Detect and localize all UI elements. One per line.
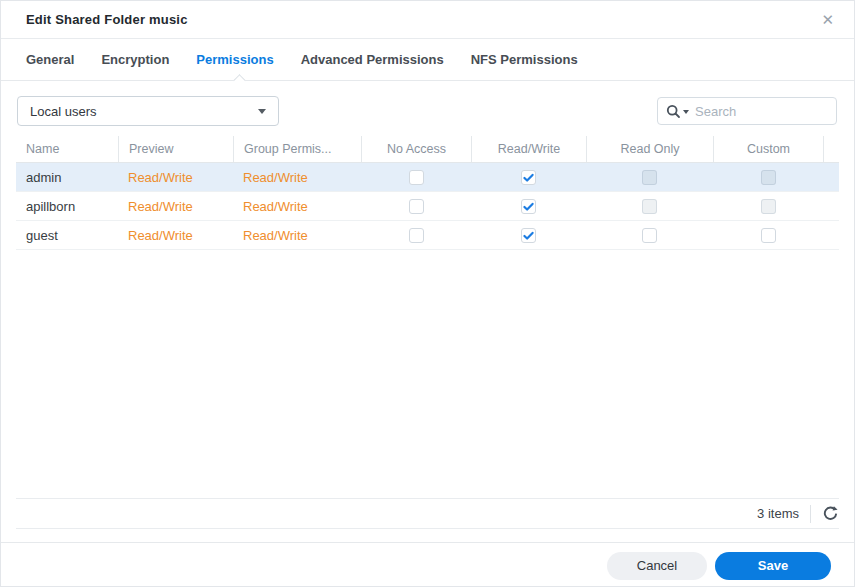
table-row[interactable]: guestRead/WriteRead/Write bbox=[16, 221, 839, 250]
magnifier-icon bbox=[666, 104, 681, 119]
row-name: admin bbox=[16, 163, 118, 191]
read-write-cell bbox=[471, 192, 586, 220]
row-spacer bbox=[823, 163, 839, 191]
no-access-checkbox[interactable] bbox=[409, 199, 424, 214]
col-header-custom[interactable]: Custom bbox=[713, 136, 823, 162]
read-write-checkbox[interactable] bbox=[521, 228, 536, 243]
row-spacer bbox=[823, 192, 839, 220]
read-write-checkbox[interactable] bbox=[521, 170, 536, 185]
read-only-cell bbox=[586, 163, 713, 191]
custom-cell bbox=[713, 221, 823, 249]
dialog-footer: Cancel Save bbox=[1, 542, 854, 587]
toolbar: Local users bbox=[17, 95, 837, 127]
search-input[interactable] bbox=[695, 104, 828, 119]
group-permissions-link[interactable]: Read/Write bbox=[233, 163, 361, 191]
close-icon[interactable]: ✕ bbox=[819, 10, 836, 29]
save-button[interactable]: Save bbox=[715, 552, 831, 580]
checkmark-icon bbox=[522, 229, 535, 242]
col-header-preview[interactable]: Preview bbox=[118, 136, 233, 162]
search-box[interactable] bbox=[657, 97, 837, 125]
col-header-no-access[interactable]: No Access bbox=[361, 136, 471, 162]
col-header-read-only[interactable]: Read Only bbox=[586, 136, 713, 162]
row-spacer bbox=[823, 221, 839, 249]
tab-general[interactable]: General bbox=[26, 52, 74, 67]
read-write-cell bbox=[471, 163, 586, 191]
no-access-cell bbox=[361, 192, 471, 220]
refresh-icon[interactable] bbox=[822, 505, 839, 522]
preview-link[interactable]: Read/Write bbox=[118, 163, 233, 191]
tab-nfs-permissions[interactable]: NFS Permissions bbox=[471, 52, 578, 67]
table-body: adminRead/WriteRead/WriteapillbornRead/W… bbox=[16, 163, 839, 250]
status-divider bbox=[810, 505, 811, 523]
preview-link[interactable]: Read/Write bbox=[118, 221, 233, 249]
checkmark-icon bbox=[522, 200, 535, 213]
active-tab-notch bbox=[233, 74, 246, 87]
tab-encryption[interactable]: Encryption bbox=[101, 52, 169, 67]
dialog-titlebar: Edit Shared Folder music ✕ bbox=[1, 1, 854, 39]
row-name: guest bbox=[16, 221, 118, 249]
table-row[interactable]: apillbornRead/WriteRead/Write bbox=[16, 192, 839, 221]
table-row[interactable]: adminRead/WriteRead/Write bbox=[16, 163, 839, 192]
caret-down-icon bbox=[258, 109, 266, 114]
read-write-cell bbox=[471, 221, 586, 249]
tab-permissions[interactable]: Permissions bbox=[196, 52, 273, 67]
checkmark-icon bbox=[522, 171, 535, 184]
custom-cell bbox=[713, 192, 823, 220]
read-only-checkbox bbox=[642, 199, 657, 214]
no-access-checkbox[interactable] bbox=[409, 228, 424, 243]
cancel-button[interactable]: Cancel bbox=[607, 552, 707, 580]
preview-link[interactable]: Read/Write bbox=[118, 192, 233, 220]
col-header-group-permissions[interactable]: Group Permis... bbox=[233, 136, 361, 162]
edit-shared-folder-dialog: Edit Shared Folder music ✕ General Encry… bbox=[0, 0, 855, 587]
read-only-cell bbox=[586, 192, 713, 220]
read-only-checkbox[interactable] bbox=[642, 228, 657, 243]
permissions-table: Name Preview Group Permis... No Access R… bbox=[16, 136, 839, 250]
no-access-cell bbox=[361, 163, 471, 191]
user-type-select-value: Local users bbox=[30, 104, 96, 119]
group-permissions-link[interactable]: Read/Write bbox=[233, 192, 361, 220]
col-header-spacer bbox=[823, 136, 839, 162]
group-permissions-link[interactable]: Read/Write bbox=[233, 221, 361, 249]
read-write-checkbox[interactable] bbox=[521, 199, 536, 214]
custom-cell bbox=[713, 163, 823, 191]
custom-checkbox[interactable] bbox=[761, 228, 776, 243]
no-access-checkbox[interactable] bbox=[409, 170, 424, 185]
read-only-checkbox bbox=[642, 170, 657, 185]
status-bar: 3 items bbox=[16, 498, 839, 529]
user-type-select[interactable]: Local users bbox=[17, 96, 279, 126]
col-header-read-write[interactable]: Read/Write bbox=[471, 136, 586, 162]
dialog-title: Edit Shared Folder music bbox=[26, 12, 188, 27]
items-count: 3 items bbox=[757, 506, 799, 521]
search-filter-caret-icon[interactable] bbox=[683, 110, 689, 114]
read-only-cell bbox=[586, 221, 713, 249]
row-name: apillborn bbox=[16, 192, 118, 220]
table-header: Name Preview Group Permis... No Access R… bbox=[16, 136, 839, 163]
custom-checkbox bbox=[761, 170, 776, 185]
col-header-name[interactable]: Name bbox=[16, 136, 118, 162]
custom-checkbox bbox=[761, 199, 776, 214]
tab-bar: General Encryption Permissions Advanced … bbox=[1, 39, 854, 81]
tab-advanced-permissions[interactable]: Advanced Permissions bbox=[301, 52, 444, 67]
no-access-cell bbox=[361, 221, 471, 249]
